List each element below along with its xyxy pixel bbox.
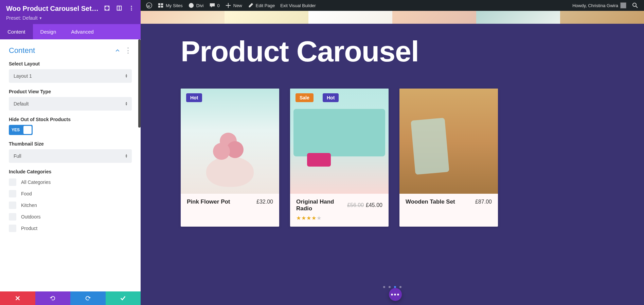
svg-point-10: [131, 5, 132, 6]
select-layout-dropdown[interactable]: Layout 1 ▲▼: [9, 69, 132, 83]
product-view-dropdown[interactable]: Default ▲▼: [9, 97, 132, 111]
hero-title: Product Carousel: [181, 35, 644, 68]
scrollbar[interactable]: [138, 39, 141, 128]
sites-icon: [158, 2, 164, 8]
svg-point-11: [131, 7, 132, 8]
carousel-pagination: [383, 286, 401, 288]
thumbnail-label: Thumbnail Size: [9, 141, 132, 147]
pencil-icon: [248, 2, 254, 8]
howdy-label: Howdy, Christina Gwira: [572, 3, 618, 8]
category-row[interactable]: All Categories: [9, 178, 132, 186]
top-image-strip: [141, 11, 644, 24]
section-title: Content: [9, 46, 35, 55]
svg-rect-2: [161, 3, 163, 5]
cancel-button[interactable]: [0, 291, 35, 305]
product-view-label: Product View Type: [9, 89, 132, 94]
category-row[interactable]: Product: [9, 225, 132, 232]
product-title: Pink Flower Pot: [187, 198, 256, 205]
tab-design[interactable]: Design: [33, 24, 64, 39]
current-price: £45.00: [366, 202, 382, 208]
search-toggle[interactable]: [629, 0, 641, 11]
include-cat-label: Include Categories: [9, 169, 132, 174]
svg-rect-4: [161, 6, 163, 7]
column-view-icon[interactable]: [116, 5, 122, 13]
toggle-knob: [23, 126, 32, 134]
my-sites-link[interactable]: My Sites: [155, 0, 185, 11]
thumbnail-dropdown[interactable]: Full ▲▼: [9, 149, 132, 163]
product-carousel: Hot Pink Flower Pot £32.00 Sale Hot Orig…: [181, 89, 644, 227]
divi-link[interactable]: Divi: [185, 0, 207, 11]
section-options-icon[interactable]: ⋮: [124, 46, 132, 55]
comments-link[interactable]: 0: [207, 0, 222, 11]
kebab-icon[interactable]: [128, 5, 135, 13]
product-card[interactable]: Wooden Table Set £87.00: [399, 89, 498, 227]
category-row[interactable]: Food: [9, 190, 132, 197]
panel-title: Woo Product Carousel Setti...: [6, 5, 101, 13]
comment-icon: [209, 2, 215, 8]
settings-tabs: Content Design Advanced: [0, 24, 141, 39]
undo-button[interactable]: [35, 291, 71, 305]
select-arrows-icon: ▲▼: [125, 74, 128, 78]
exit-vb-link[interactable]: Exit Visual Builder: [278, 0, 319, 11]
product-card[interactable]: Hot Pink Flower Pot £32.00: [181, 89, 279, 227]
product-title: Wooden Table Set: [406, 198, 475, 205]
pagination-dot[interactable]: [383, 286, 385, 288]
badge-sale: Sale: [296, 93, 314, 102]
hide-oos-label: Hide Out of Stock Products: [9, 117, 132, 122]
account-link[interactable]: Howdy, Christina Gwira: [570, 0, 629, 11]
hide-oos-toggle[interactable]: YES: [9, 125, 33, 135]
category-label: Product: [21, 226, 37, 231]
tab-advanced[interactable]: Advanced: [64, 24, 101, 39]
svg-rect-1: [158, 3, 160, 5]
checkbox[interactable]: [9, 213, 16, 221]
tab-content[interactable]: Content: [0, 24, 33, 39]
strip-image: [308, 11, 392, 24]
strip-image: [225, 11, 308, 24]
checkbox[interactable]: [9, 225, 16, 232]
product-card[interactable]: Sale Hot Original Hand Radio £56.00£45.0…: [290, 89, 389, 227]
svg-point-12: [131, 9, 132, 10]
exit-vb-label: Exit Visual Builder: [280, 3, 316, 8]
product-image: Sale Hot: [290, 89, 389, 194]
chevron-up-icon: [115, 48, 120, 53]
edit-page-link[interactable]: Edit Page: [245, 0, 278, 11]
category-label: Food: [21, 191, 32, 196]
redo-button[interactable]: [70, 291, 106, 305]
svg-point-5: [189, 3, 194, 8]
product-image: [399, 89, 498, 194]
divi-label: Divi: [196, 3, 204, 8]
wp-logo[interactable]: [143, 0, 155, 11]
product-price: £56.00£45.00: [347, 202, 382, 208]
checkbox[interactable]: [9, 190, 16, 197]
expand-icon[interactable]: [104, 5, 110, 13]
category-row[interactable]: Outdoors: [9, 213, 132, 221]
category-row[interactable]: Kitchen: [9, 202, 132, 209]
save-button[interactable]: [106, 291, 141, 305]
new-label: New: [233, 3, 242, 8]
toggle-yes-label: YES: [9, 128, 22, 132]
strip-image: [141, 11, 225, 24]
panel-header: Woo Product Carousel Setti... Preset: De…: [0, 0, 141, 24]
thumbnail-value: Full: [14, 153, 21, 159]
strip-image: [392, 11, 476, 24]
section-content-head[interactable]: Content ⋮: [9, 46, 132, 55]
preset-selector[interactable]: Preset: Default ▼: [6, 15, 135, 21]
pagination-dot[interactable]: [389, 286, 391, 288]
new-link[interactable]: New: [222, 0, 245, 11]
product-price: £87.00: [475, 199, 492, 205]
product-title: Original Hand Radio: [296, 198, 347, 212]
checkbox[interactable]: [9, 178, 16, 186]
builder-fab[interactable]: •••: [389, 288, 402, 301]
old-price: £56.00: [347, 202, 364, 208]
select-arrows-icon: ▲▼: [125, 154, 128, 158]
divi-icon: [188, 2, 194, 8]
svg-point-6: [633, 3, 636, 6]
category-label: Outdoors: [21, 214, 41, 220]
avatar: [620, 2, 626, 8]
svg-rect-3: [158, 6, 160, 7]
pagination-dot[interactable]: [399, 286, 401, 288]
category-label: All Categories: [21, 179, 51, 185]
wp-admin-bar: My Sites Divi 0 New Edit Page Exit Visua…: [141, 0, 644, 11]
product-view-value: Default: [14, 101, 29, 107]
checkbox[interactable]: [9, 202, 16, 209]
